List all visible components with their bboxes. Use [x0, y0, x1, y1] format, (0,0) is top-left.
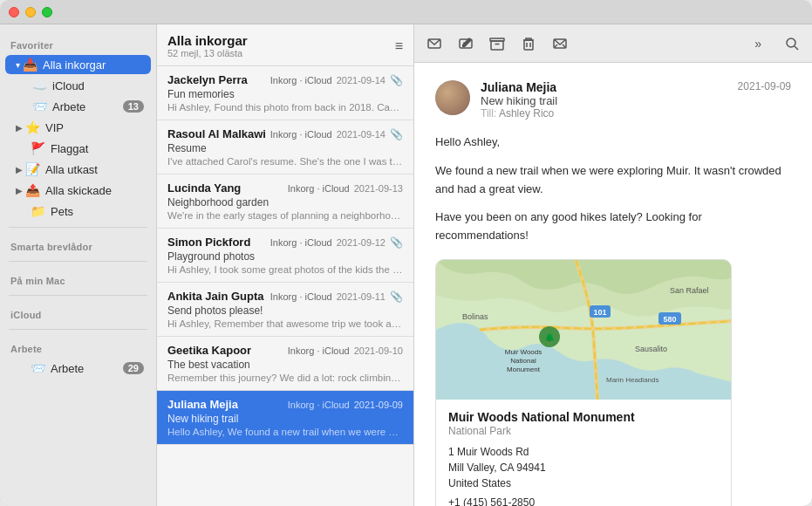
message-item[interactable]: Geetika Kapoor Inkorg · iCloud 2021-09-1… — [157, 337, 413, 391]
message-sender: Lucinda Yang — [167, 181, 241, 195]
sidebar-item-icloud[interactable]: ☁️ iCloud — [5, 76, 151, 95]
map-address-line3: United States — [448, 477, 511, 489]
move-button[interactable] — [552, 36, 568, 51]
message-date: 2021-09-10 — [354, 345, 403, 356]
sort-icon[interactable]: ≡ — [395, 38, 403, 54]
sidebar-item-label: Alla utkast — [45, 163, 144, 176]
email-toolbar: » — [414, 24, 812, 63]
maximize-button[interactable] — [42, 7, 52, 17]
reply-button[interactable] — [426, 36, 442, 51]
sidebar-item-flaggat[interactable]: 🚩 Flaggat — [5, 139, 151, 158]
message-item[interactable]: Ankita Jain Gupta Inkorg · iCloud 2021-0… — [157, 283, 413, 337]
svg-point-11 — [787, 38, 795, 47]
sidebar-item-label: VIP — [45, 121, 144, 134]
more-actions-button[interactable]: » — [754, 37, 761, 51]
arbete-root-icon: 📨 — [30, 361, 45, 375]
utkast-icon: 📝 — [24, 162, 40, 176]
message-subject: Neighborhood garden — [167, 196, 403, 209]
message-meta: Inkorg · iCloud 2021-09-09 — [288, 400, 403, 410]
svg-text:🌲: 🌲 — [544, 332, 556, 343]
svg-rect-2 — [491, 41, 503, 50]
message-list-header-text: Alla inkorgar 52 mejl, 13 olästa — [167, 33, 248, 58]
message-preview: Hi Ashley, Found this photo from back in… — [167, 102, 403, 113]
message-item-selected[interactable]: Juliana Mejia Inkorg · iCloud 2021-09-09… — [157, 391, 413, 445]
skickade-icon: 📤 — [24, 183, 40, 197]
search-button[interactable] — [784, 36, 800, 51]
to-name: Ashley Rico — [499, 107, 554, 120]
sidebar-item-label: iCloud — [52, 79, 144, 92]
email-header: Juliana Mejia New hiking trail Till: Ash… — [435, 80, 791, 120]
message-item[interactable]: Rasoul Al Malkawi Inkorg · iCloud 2021-0… — [157, 120, 413, 174]
titlebar — [0, 0, 812, 24]
message-meta: Inkorg · iCloud 2021-09-12 📎 — [270, 236, 403, 249]
map-image[interactable]: 101 580 Bolinas 🌲 Muir Woods National Mo… — [436, 260, 732, 400]
svg-text:National: National — [510, 357, 536, 365]
message-preview: I've attached Carol's resume. She's the … — [167, 156, 403, 167]
message-subject: Fun memories — [167, 88, 403, 100]
chevron-right-icon: ▶ — [16, 165, 23, 174]
svg-text:Bolinas: Bolinas — [462, 312, 488, 321]
svg-text:Muir Woods: Muir Woods — [505, 348, 542, 356]
close-button[interactable] — [9, 7, 19, 17]
sidebar-item-label: Arbete — [51, 362, 123, 375]
map-address: 1 Muir Woods Rd Mill Valley, CA 94941 Un… — [448, 444, 719, 491]
mac-label: På min Mac — [0, 267, 156, 290]
email-date: 2021-09-09 — [738, 80, 791, 92]
sidebar-item-alla-inkorgar[interactable]: ▾ 📥 Alla inkorgar — [5, 55, 151, 74]
message-inbox: Inkorg · iCloud — [288, 345, 350, 356]
sidebar-divider4 — [9, 329, 147, 330]
sidebar: Favoriter ▾ 📥 Alla inkorgar ☁️ iCloud 📨 … — [0, 24, 157, 506]
svg-text:Monument: Monument — [507, 366, 541, 373]
vip-icon: ⭐ — [24, 120, 40, 134]
attachment-icon: 📎 — [390, 291, 403, 303]
smart-label: Smarta brevlådor — [0, 233, 156, 256]
message-subject: Send photos please! — [167, 304, 403, 317]
inbox-icon: 📥 — [22, 58, 38, 72]
map-address-line1: 1 Muir Woods Rd — [448, 446, 529, 458]
sidebar-item-alla-skickade[interactable]: ▶ 📤 Alla skickade — [5, 181, 151, 200]
message-preview: Hello Ashley, We found a new trail when … — [167, 427, 403, 437]
message-preview: Hi Ashley, I took some great photos of t… — [167, 264, 403, 275]
to-label: Till: — [481, 107, 496, 120]
message-date: 2021-09-14 — [337, 129, 386, 140]
archive-button[interactable] — [489, 36, 505, 51]
attachment-icon: 📎 — [390, 236, 403, 249]
email-detail: » Juliana Mejia New hiki — [414, 24, 812, 506]
message-meta: Inkorg · iCloud 2021-09-14 📎 — [270, 74, 403, 86]
message-preview: We're in the early stages of planning a … — [167, 210, 403, 221]
message-date: 2021-09-13 — [354, 183, 403, 194]
minimize-button[interactable] — [25, 7, 36, 17]
map-place-name: Muir Woods National Monument — [448, 410, 719, 424]
sidebar-item-label: Alla skickade — [45, 184, 144, 197]
icloud-section-label: iCloud — [0, 301, 156, 324]
compose-button[interactable] — [458, 36, 474, 51]
message-subject: New hiking trail — [167, 413, 403, 425]
message-sender: Jackelyn Perra — [167, 73, 248, 86]
message-preview: Hi Ashley, Remember that awesome trip we… — [167, 318, 403, 329]
trash-button[interactable] — [521, 36, 536, 51]
message-inbox: Inkorg · iCloud — [270, 129, 332, 140]
sidebar-item-vip[interactable]: ▶ ⭐ VIP — [5, 118, 151, 137]
flaggat-icon: 🚩 — [30, 141, 45, 155]
svg-text:San Rafael: San Rafael — [670, 286, 709, 295]
map-place-type: National Park — [448, 425, 719, 437]
svg-text:Sausalito: Sausalito — [635, 345, 667, 353]
sidebar-item-pets[interactable]: 📁 Pets — [5, 202, 151, 221]
sidebar-item-alla-utkast[interactable]: ▶ 📝 Alla utkast — [5, 160, 151, 179]
sidebar-item-label: Arbete — [52, 100, 123, 113]
work-section-label: Arbete — [0, 335, 156, 358]
email-from-name: Juliana Mejia — [481, 80, 727, 94]
message-item[interactable]: Simon Pickford Inkorg · iCloud 2021-09-1… — [157, 229, 413, 283]
message-date: 2021-09-14 — [337, 75, 386, 85]
pets-icon: 📁 — [30, 204, 45, 218]
message-item[interactable]: Lucinda Yang Inkorg · iCloud 2021-09-13 … — [157, 174, 413, 229]
sidebar-item-arbete[interactable]: 📨 Arbete 13 — [5, 97, 151, 116]
arbete-badge: 13 — [123, 100, 144, 113]
message-item[interactable]: Jackelyn Perra Inkorg · iCloud 2021-09-1… — [157, 66, 413, 120]
avatar — [435, 80, 470, 115]
icloud-icon: ☁️ — [31, 79, 47, 92]
mail-window: Favoriter ▾ 📥 Alla inkorgar ☁️ iCloud 📨 … — [0, 0, 812, 506]
map-card: 101 580 Bolinas 🌲 Muir Woods National Mo… — [435, 259, 732, 506]
svg-text:101: 101 — [593, 308, 606, 317]
sidebar-item-arbete-root[interactable]: 📨 Arbete 29 — [5, 359, 151, 378]
